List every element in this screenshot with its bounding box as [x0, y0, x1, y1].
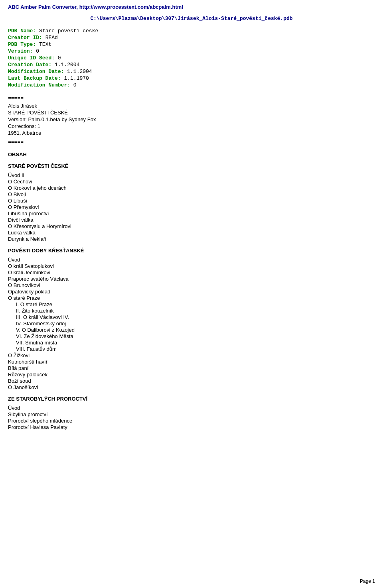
- book-version: Version: Palm.0.1.beta by Sydney Fox: [8, 116, 375, 122]
- pdb-name-value-text: Stare povesti ceske: [39, 28, 98, 34]
- separator-bottom: =====: [8, 139, 375, 145]
- toc-item-1-2: O králi Ječmínkovi: [8, 269, 375, 275]
- toc-container: STARÉ POVĚSTI ČESKÉÚvod IIO ČechoviO Kro…: [8, 163, 375, 430]
- toc-item-0-7: Dívčí válka: [8, 217, 375, 223]
- toc-item-1-8: II. Žito kouzelník: [8, 308, 375, 314]
- toc-item-0-5: O Přemyslovi: [8, 204, 375, 210]
- last-backup-value-text: 1.1.1970: [64, 75, 89, 81]
- toc-item-1-16: Kutnohorští havíři: [8, 359, 375, 365]
- toc-section-heading-2: ZE STAROBYLÝCH PROROCTVÍ: [8, 396, 375, 402]
- toc-item-1-15: O Žižkovi: [8, 352, 375, 358]
- toc-item-1-1: O králi Svatoplukovi: [8, 263, 375, 269]
- toc-item-1-10: IV. Staroměstský orloj: [8, 321, 375, 326]
- toc-item-0-8: O Křesomyslu a Horymírovi: [8, 223, 375, 229]
- metadata-section: PDB Name: Stare povesti ceske Creator ID…: [8, 28, 375, 88]
- toc-section-heading-1: POVĚSTI DOBY KŘESŤANSKÉ: [8, 248, 375, 254]
- toc-item-0-2: O Krokoví a jeho dcerách: [8, 185, 375, 191]
- separator-top: =====: [8, 95, 375, 101]
- pdb-name-line: PDB Name: Stare povesti ceske: [8, 28, 375, 34]
- version-line: Version: 0: [8, 48, 375, 54]
- book-author: Alois Jirásek: [8, 103, 375, 109]
- unique-id-label: Unique ID Seed:: [8, 55, 55, 61]
- app-title: ABC Amber Palm Converter, http://www.pro…: [8, 4, 375, 10]
- creator-id-label: Creator ID:: [8, 35, 42, 41]
- version-value-text: 0: [36, 48, 39, 54]
- toc-item-1-19: Boží soud: [8, 378, 375, 384]
- toc-item-0-9: Lucká válka: [8, 230, 375, 236]
- pdb-name-label: PDB Name:: [8, 28, 36, 34]
- toc-item-1-5: Opatovický poklad: [8, 289, 375, 295]
- toc-item-1-4: O Bruncvíkovi: [8, 282, 375, 288]
- toc-item-1-6: O staré Praze: [8, 295, 375, 301]
- toc-item-1-18: Růžový palouček: [8, 372, 375, 378]
- creation-date-value-text: 1.1.2004: [55, 62, 79, 68]
- toc-item-2-2: Proroctví slepého mládence: [8, 418, 375, 424]
- modification-number-line: Modification Number: 0: [8, 82, 375, 88]
- book-corrections: Corrections: 1: [8, 123, 375, 129]
- toc-item-0-1: O Čechovi: [8, 179, 375, 185]
- pdb-type-value-text: TEXt: [39, 41, 51, 47]
- modification-date-label: Modification Date:: [8, 69, 64, 75]
- toc-item-2-3: Proroctví Havlasa Pavlaty: [8, 424, 375, 430]
- last-backup-label: Last Backup Date:: [8, 75, 61, 81]
- toc-item-0-10: Durynk a Neklaň: [8, 236, 375, 242]
- toc-section-heading-0: STARÉ POVĚSTI ČESKÉ: [8, 163, 375, 169]
- pdb-type-label: PDB Type:: [8, 41, 36, 47]
- creation-date-line: Creation Date: 1.1.2004: [8, 62, 375, 68]
- toc-item-0-4: O Libuši: [8, 198, 375, 204]
- unique-id-line: Unique ID Seed: 0: [8, 55, 375, 61]
- toc-item-1-13: VII. Smutná místa: [8, 340, 375, 346]
- last-backup-line: Last Backup Date: 1.1.1970: [8, 75, 375, 81]
- toc-item-0-6: Libušina proroctví: [8, 210, 375, 216]
- page-number: Page 1: [360, 578, 375, 584]
- toc-item-1-12: VI. Ze Židovského Města: [8, 333, 375, 339]
- modification-date-line: Modification Date: 1.1.2004: [8, 69, 375, 75]
- toc-item-1-7: I. O staré Praze: [8, 301, 375, 307]
- creator-id-value-text: REAd: [45, 35, 58, 41]
- version-label: Version:: [8, 48, 33, 54]
- book-info-section: ===== Alois Jirásek STARÉ POVĚSTI ČESKÉ …: [8, 95, 375, 145]
- toc-item-2-1: Sibylina proroctví: [8, 411, 375, 417]
- toc-item-1-14: VIII. Faustův dům: [8, 346, 375, 352]
- file-path: C:\Users\Plazma\Desktop\307\Jirásek_Aloi…: [8, 16, 375, 22]
- pdb-type-line: PDB Type: TEXt: [8, 41, 375, 47]
- toc-item-1-9: III. O králi Václavovi IV.: [8, 314, 375, 320]
- toc-heading: OBSAH: [8, 151, 375, 157]
- toc-item-1-17: Bílá paní: [8, 365, 375, 371]
- toc-item-1-11: V. O Daliborovi z Kozojed: [8, 327, 375, 333]
- toc-item-1-20: O Janošíkovi: [8, 384, 375, 390]
- modification-number-label: Modification Number:: [8, 82, 70, 88]
- toc-item-0-0: Úvod II: [8, 172, 375, 178]
- toc-item-2-0: Úvod: [8, 405, 375, 411]
- book-year: 1951, Albatros: [8, 130, 375, 136]
- unique-id-value-text: 0: [58, 55, 61, 61]
- book-title: STARÉ POVĚSTI ČESKÉ: [8, 110, 375, 116]
- creation-date-label: Creation Date:: [8, 62, 51, 68]
- modification-number-value-text: 0: [73, 82, 77, 88]
- toc-item-0-3: O Bivoji: [8, 191, 375, 197]
- creator-id-line: Creator ID: REAd: [8, 35, 375, 41]
- modification-date-value-text: 1.1.2004: [67, 69, 92, 75]
- toc-item-1-0: Úvod: [8, 257, 375, 263]
- toc-item-1-3: Praporec svatého Václava: [8, 276, 375, 282]
